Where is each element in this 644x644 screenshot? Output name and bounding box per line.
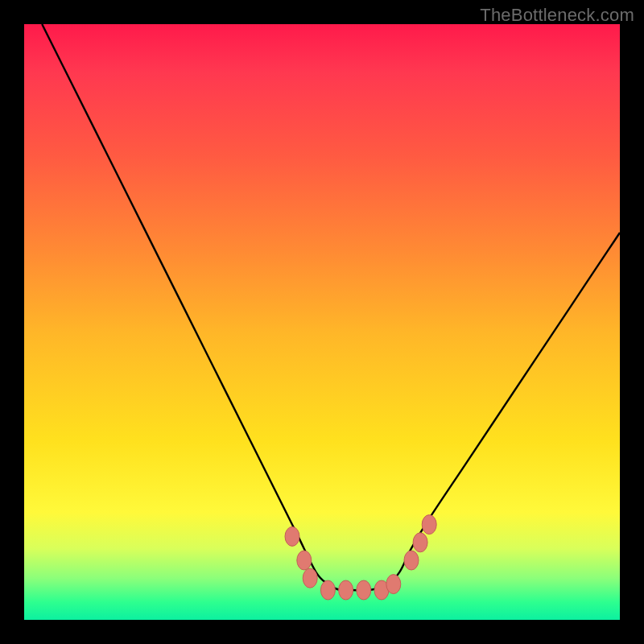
- curve-marker: [386, 575, 401, 594]
- marker-group: [285, 515, 436, 600]
- curve-marker: [320, 580, 335, 600]
- curve-marker: [404, 551, 419, 570]
- chart-frame: TheBottleneck.com: [0, 0, 644, 644]
- chart-svg: [24, 24, 620, 620]
- curve-marker: [413, 533, 427, 552]
- bottleneck-curve: [42, 24, 620, 591]
- curve-marker: [297, 551, 312, 570]
- curve-marker: [303, 568, 317, 588]
- watermark-text: TheBottleneck.com: [480, 5, 634, 26]
- curve-marker: [422, 515, 436, 535]
- curve-marker: [357, 580, 371, 600]
- curve-marker: [285, 526, 299, 546]
- chart-plot-area: [24, 24, 620, 620]
- curve-marker: [339, 580, 353, 600]
